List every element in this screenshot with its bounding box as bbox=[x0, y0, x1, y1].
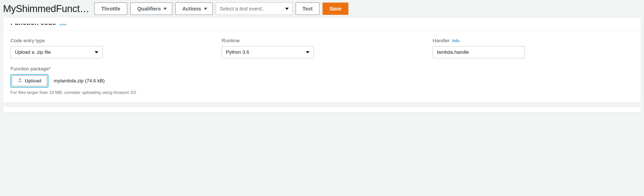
upload-button-label: Upload bbox=[25, 78, 41, 84]
section-title: Function code bbox=[10, 24, 56, 27]
test-event-select[interactable]: Select a test event.. bbox=[216, 3, 293, 15]
caret-down-icon bbox=[95, 51, 98, 53]
actions-dropdown[interactable]: Actions bbox=[175, 3, 212, 15]
handler-label: Handler bbox=[433, 38, 450, 43]
test-event-placeholder: Select a test event.. bbox=[220, 6, 265, 12]
uploaded-file-info: mylambda.zip (74.6 kB) bbox=[53, 78, 105, 84]
runtime-select[interactable]: Python 3.6 bbox=[222, 46, 314, 58]
caret-down-icon bbox=[204, 8, 207, 10]
qualifiers-dropdown[interactable]: Qualifiers bbox=[130, 3, 172, 15]
handler-info-link[interactable]: Info bbox=[452, 38, 459, 43]
code-entry-select[interactable]: Upload a .zip file bbox=[10, 46, 103, 58]
upload-icon bbox=[18, 78, 22, 84]
caret-down-icon bbox=[285, 8, 289, 10]
code-entry-value: Upload a .zip file bbox=[15, 49, 51, 55]
page-header: MyShimmedFunct… Throttle Qualifiers Acti… bbox=[0, 0, 644, 17]
caret-down-icon bbox=[306, 51, 309, 53]
upload-button-focus-ring: Upload bbox=[10, 74, 48, 88]
save-button[interactable]: Save bbox=[323, 3, 348, 15]
page-title: MyShimmedFunct… bbox=[3, 3, 89, 14]
divider bbox=[3, 30, 641, 31]
function-package-label: Function package* bbox=[10, 66, 634, 72]
upload-button[interactable]: Upload bbox=[12, 75, 47, 86]
actions-label: Actions bbox=[182, 6, 201, 12]
caret-down-icon bbox=[163, 8, 167, 10]
throttle-button[interactable]: Throttle bbox=[94, 3, 127, 15]
runtime-label: Runtime bbox=[222, 38, 423, 43]
upload-hint: For files larger than 10 MB, consider up… bbox=[10, 90, 634, 95]
runtime-value: Python 3.6 bbox=[226, 49, 249, 55]
test-button[interactable]: Test bbox=[296, 3, 320, 15]
code-entry-label: Code entry type bbox=[10, 38, 211, 43]
function-code-panel: Function code Info Code entry type Uploa… bbox=[3, 17, 641, 103]
qualifiers-label: Qualifiers bbox=[137, 6, 161, 12]
next-panel-top bbox=[3, 107, 641, 112]
info-link[interactable]: Info bbox=[60, 24, 67, 26]
handler-input[interactable] bbox=[433, 46, 525, 58]
